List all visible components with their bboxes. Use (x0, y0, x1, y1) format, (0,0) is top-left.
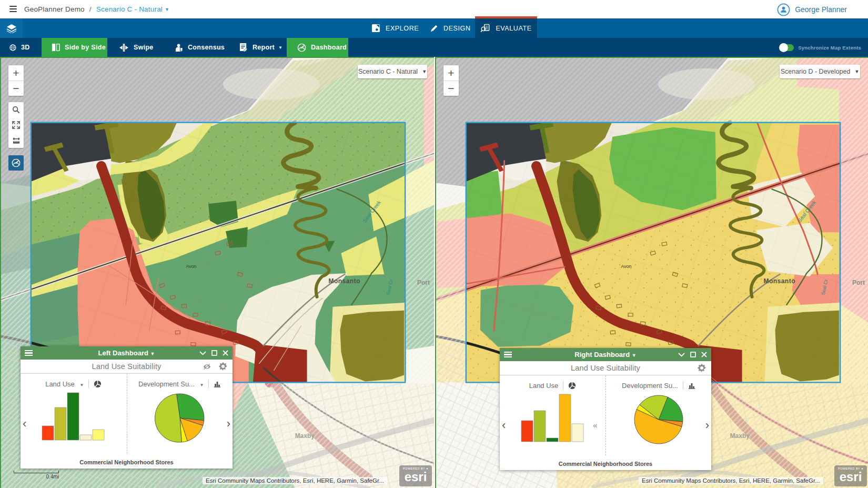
svg-text:Maxby: Maxby (730, 432, 750, 440)
svg-text:Port: Port (417, 279, 430, 286)
svg-text:Maxby: Maxby (295, 432, 315, 440)
svg-text:Port: Port (852, 279, 865, 286)
